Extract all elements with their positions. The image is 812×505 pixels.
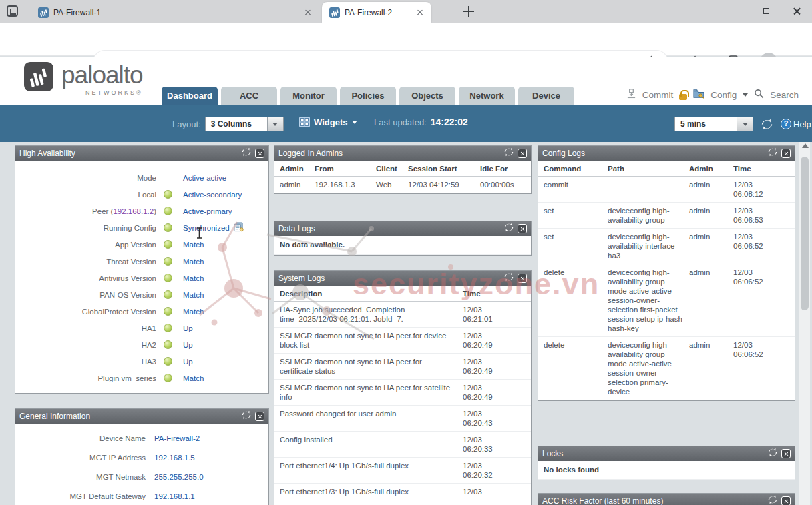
ha-rows: Mode Active-active Local Active-secondar…	[15, 161, 268, 393]
tab-title: PA-Firewall-1	[53, 8, 302, 17]
interval-select-caret-icon[interactable]	[737, 117, 753, 131]
ha-row-value: Match	[183, 289, 218, 300]
widget-close-icon[interactable]	[518, 149, 527, 158]
refresh-dashboard-icon[interactable]	[761, 119, 773, 130]
ha-row: App Version Match	[15, 236, 268, 253]
tab-dashboard[interactable]: Dashboard	[162, 87, 218, 105]
widget-refresh-icon[interactable]	[768, 147, 777, 159]
status-led-green	[164, 223, 172, 232]
ha-row: GlobalProtect Version Match	[15, 303, 268, 320]
status-led-green	[164, 340, 172, 349]
search-icon	[754, 89, 764, 101]
widget-close-icon[interactable]	[781, 496, 791, 505]
widget-refresh-icon[interactable]	[504, 272, 514, 284]
browser-tab-strip: PA-Firewall-1 PA-Firewall-2	[0, 0, 812, 23]
widget-close-icon[interactable]	[781, 149, 791, 158]
ha-row-value: Active-primary	[183, 205, 246, 217]
status-led-green	[164, 207, 172, 215]
ha-row: Local Active-secondary	[15, 186, 268, 203]
scrollbar-up-arrow-icon[interactable]	[802, 143, 809, 148]
tab-policies[interactable]: Policies	[340, 87, 396, 105]
tab-monitor[interactable]: Monitor	[280, 87, 337, 105]
help-button[interactable]: ? Help	[781, 119, 811, 129]
sync-status-icon[interactable]	[233, 222, 244, 233]
widget-close-icon[interactable]	[781, 449, 791, 458]
page-scrollbar[interactable]	[799, 142, 810, 505]
tab-acc[interactable]: ACC	[221, 87, 277, 105]
widget-refresh-icon[interactable]	[504, 147, 514, 159]
tab-actions-icon[interactable]	[7, 5, 18, 17]
ha-row-value: Up	[183, 322, 208, 334]
table-row: delete deviceconfig high-availability gr…	[538, 337, 795, 400]
widgets-caret-icon[interactable]	[352, 121, 357, 124]
table-row: admin 192.168.1.3 Web 12/03 04:12:59 00:…	[274, 177, 531, 193]
widget-header: Data Logs	[274, 221, 531, 236]
col-time: Time	[463, 290, 510, 298]
config-button[interactable]: Config	[710, 90, 737, 100]
status-led-green	[164, 240, 172, 249]
widget-refresh-icon[interactable]	[242, 410, 251, 422]
config-caret-icon[interactable]	[743, 93, 748, 97]
table-row: SSLMGR daemon not sync to HA peer.for de…	[274, 328, 531, 354]
widget-refresh-icon[interactable]	[768, 495, 777, 505]
widget-refresh-icon[interactable]	[768, 448, 777, 460]
table-row: SSLMGR daemon not sync to HA peer.for sa…	[274, 380, 531, 406]
palo-alto-logo-icon	[24, 62, 53, 91]
widgets-grid-icon	[299, 117, 310, 127]
widget-title: System Logs	[278, 274, 500, 283]
main-nav-tabs: Dashboard ACC Monitor Policies Objects N…	[162, 87, 574, 105]
peer-ip-link[interactable]: 192.168.1.2	[113, 207, 154, 215]
window-minimize-button[interactable]	[720, 0, 751, 22]
gi-row-label: MGT Netmask	[15, 473, 146, 481]
window-close-button[interactable]	[781, 0, 812, 22]
ha-row-value: Up	[183, 339, 208, 350]
ha-row: Mode Active-active	[15, 169, 268, 186]
gi-rows: Device Name PA-Firewall-2 MGT IP Address…	[15, 424, 268, 505]
widget-refresh-icon[interactable]	[504, 223, 514, 235]
last-updated-value: 14:22:02	[431, 117, 468, 127]
window-restore-button[interactable]	[751, 0, 781, 22]
browser-tab-pa-firewall-2[interactable]: PA-Firewall-2	[322, 2, 431, 23]
widget-close-icon[interactable]	[255, 149, 264, 158]
ha-row-label: Mode	[15, 174, 156, 182]
widget-close-icon[interactable]	[518, 224, 527, 233]
widget-header: Locks	[538, 446, 795, 461]
lock-icon[interactable]	[679, 94, 687, 100]
tab-close-icon[interactable]	[415, 7, 425, 18]
brand-name: paloalto	[61, 62, 143, 89]
widget-close-icon[interactable]	[255, 412, 264, 421]
col-idle-for: Idle For	[480, 165, 523, 173]
tab-network[interactable]: Network	[459, 87, 515, 105]
widget-close-icon[interactable]	[518, 274, 527, 283]
ha-row-label: Threat Version	[15, 258, 156, 266]
widget-refresh-icon[interactable]	[242, 147, 251, 159]
layout-select[interactable]: 3 Columns	[205, 117, 284, 131]
ha-row: PAN-OS Version Match	[15, 286, 268, 303]
ha-row-value: Active-secondary	[183, 189, 256, 200]
search-button[interactable]: Search	[770, 90, 799, 100]
ha-row-value: Up	[183, 356, 208, 367]
status-led-green	[164, 274, 172, 282]
commit-button[interactable]: Commit	[642, 90, 674, 100]
admins-table-body: admin 192.168.1.3 Web 12/03 04:12:59 00:…	[274, 177, 531, 193]
widgets-group[interactable]: Widgets	[299, 117, 357, 127]
browser-tab-pa-firewall-1[interactable]: PA-Firewall-1	[31, 2, 319, 23]
new-tab-button[interactable]	[463, 6, 474, 17]
status-led-green	[164, 257, 172, 266]
table-row: HA-Sync job succeeded. Completion time=2…	[274, 302, 531, 328]
tab-objects[interactable]: Objects	[399, 87, 455, 105]
widgets-button[interactable]: Widgets	[314, 117, 347, 127]
scrollbar-thumb[interactable]	[801, 157, 809, 310]
tab-close-icon[interactable]	[302, 7, 313, 18]
widget-header: Config Logs	[538, 146, 795, 161]
ha-row: Peer (192.168.1.2) Active-primary	[15, 203, 268, 219]
ha-row-label: App Version	[15, 241, 156, 249]
ha-row-label: GlobalProtect Version	[15, 308, 156, 316]
layout-select-caret-icon[interactable]	[267, 117, 283, 131]
table-row: Password changed for user admin 12/03 06…	[274, 406, 531, 432]
tab-device[interactable]: Device	[518, 87, 574, 105]
tab-title: PA-Firewall-2	[345, 8, 415, 17]
layout-group: Layout: 3 Columns	[172, 117, 284, 131]
interval-select[interactable]: 5 mins	[674, 117, 753, 131]
widget-title: ACC Risk Factor (last 60 minutes)	[542, 496, 764, 505]
